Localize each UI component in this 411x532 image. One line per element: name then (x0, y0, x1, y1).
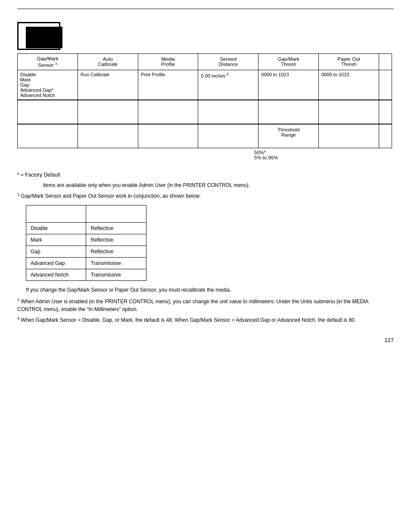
sensor-header-col1 (26, 205, 86, 222)
level3-row: ThresholdRange (18, 124, 392, 148)
footnote3: 3 When Gap/Mark Sensor = Disable, Gap, o… (17, 316, 394, 324)
diagram-container: Gap/MarkSensor 1 AutoCalibrate MediaProf… (17, 22, 394, 160)
level2-cell-2 (138, 100, 198, 124)
sensor-cell-3-0: Advanced Gap (26, 257, 86, 269)
menu-val-3: 0.00 inches 2 (198, 70, 258, 100)
level2-row (18, 100, 392, 124)
threshold-values: 50%*5% to 95% (254, 150, 394, 160)
level3-cell-2 (138, 124, 198, 148)
sensor-row-2: Gap Reflective (26, 246, 146, 257)
sensor-cell-0-0: Disable (26, 222, 86, 234)
footnote1-label: 1 (17, 192, 19, 196)
sensor-header-row (26, 205, 146, 222)
sensor-cell-4-1: Transmissive (86, 269, 146, 280)
sensor-row-0: Disable Reflective (26, 222, 146, 234)
sensor-cell-0-1: Reflective (86, 222, 146, 234)
row1 (17, 22, 394, 50)
level3-cell-0 (18, 124, 78, 148)
sensor-cell-1-0: Mark (26, 234, 86, 246)
footnote2-label: 2 (17, 298, 19, 302)
page-number: 127 (17, 337, 394, 343)
big-box (17, 22, 60, 50)
level2-cell-3 (198, 100, 258, 124)
level3-cell-4: ThresholdRange (258, 124, 319, 148)
menu-val-5: 0000 to 1023 (319, 70, 379, 100)
level2-cell-0 (18, 100, 78, 124)
menu-val-2: Print Profile (138, 70, 198, 100)
sensor-header-col2 (86, 205, 146, 222)
level2-cell-5 (319, 100, 379, 124)
menu-val-1: Run Calibrate (78, 70, 138, 100)
sensor-cell-4-0: Advanced Notch (26, 269, 86, 280)
menu-header-1: AutoCalibrate (78, 54, 138, 70)
footnote1: 1 Gap/Mark Sensor and Paper Out Sensor w… (17, 192, 394, 200)
sensor-table: Disable Reflective Mark Reflective Gap R… (26, 205, 146, 281)
admin-note-text: items are available only when you enable… (43, 182, 250, 188)
sensor-cell-3-1: Transmissive (86, 257, 146, 269)
sensor-row-3: Advanced Gap Transmissive (26, 257, 146, 269)
menu-header-4: Gap/MarkThresh (258, 54, 319, 70)
level2-table (17, 100, 392, 124)
top-line (17, 9, 394, 9)
factory-default-note: * = Factory Default (17, 171, 394, 179)
sensor-table-wrapper: Disable Reflective Mark Reflective Gap R… (26, 205, 394, 281)
menu-table: Gap/MarkSensor 1 AutoCalibrate MediaProf… (17, 53, 392, 100)
big-box-inner (26, 27, 62, 48)
menu-val-0: DisableMarkGapAdvanced Gap*Advanced Notc… (18, 70, 78, 100)
menu-val-4: 0000 to 1023 (258, 70, 319, 100)
sensor-cell-1-1: Reflective (86, 234, 146, 246)
menu-values-row: DisableMarkGapAdvanced Gap*Advanced Notc… (18, 70, 392, 100)
level3-cell-3 (198, 124, 258, 148)
sensor-row-4: Advanced Notch Transmissive (26, 269, 146, 280)
menu-header-row: Gap/MarkSensor 1 AutoCalibrate MediaProf… (18, 54, 392, 70)
sensor-cell-2-1: Reflective (86, 246, 146, 257)
level3-cell-5 (319, 124, 379, 148)
footnote2: 2 When Admin User is enabled (in the PRI… (17, 297, 394, 313)
level2-cell-extra (379, 100, 392, 124)
footnote2-text: When Admin User is enabled (in the PRINT… (17, 299, 368, 312)
level3-table: ThresholdRange (17, 124, 392, 148)
admin-note: items are available only when you enable… (43, 181, 394, 189)
footnote3-text: When Gap/Mark Sensor = Disable, Gap, or … (21, 317, 356, 323)
sensor-cell-2-0: Gap (26, 246, 86, 257)
sensor-row-1: Mark Reflective (26, 234, 146, 246)
level2-cell-4 (258, 100, 319, 124)
menu-header-2: MediaProfile (138, 54, 198, 70)
footnote3-label: 3 (17, 316, 19, 320)
notes-section: * = Factory Default items are available … (17, 171, 394, 324)
menu-header-extra (379, 54, 392, 70)
recalibrate-note: If you change the Gap/Mark Sensor or Pap… (26, 286, 394, 294)
level3-cell-extra (379, 124, 392, 148)
level3-cell-1 (78, 124, 138, 148)
menu-val-extra (379, 70, 392, 100)
footnote1-text: Gap/Mark Sensor and Paper Out Sensor wor… (21, 193, 201, 199)
level2-cell-1 (78, 100, 138, 124)
menu-header-5: Paper OutThresh (319, 54, 379, 70)
menu-header-3: SensedDistance (198, 54, 258, 70)
menu-header-0: Gap/MarkSensor 1 (18, 54, 78, 70)
